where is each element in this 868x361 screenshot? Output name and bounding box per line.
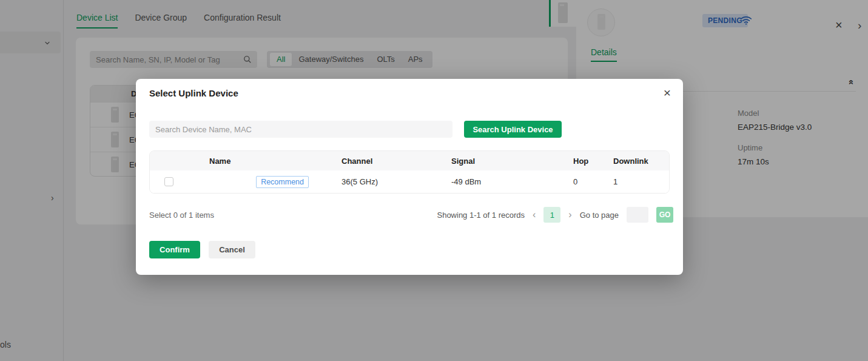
modal-title: Select Uplink Device (149, 88, 238, 98)
table-header-row: Name Channel Signal Hop Downlink (150, 151, 669, 170)
previous-page-icon[interactable]: ‹ (533, 210, 536, 220)
select-uplink-device-modal: Select Uplink Device × Search Uplink Dev… (136, 79, 683, 275)
channel-cell: 36(5 GHz) (314, 177, 423, 186)
recommend-badge[interactable]: Recommend (256, 176, 309, 188)
table-row: Recommend 36(5 GHz) -49 dBm 0 1 (150, 170, 669, 193)
checkbox-cell (150, 177, 180, 186)
pagination: Showing 1-1 of 1 records ‹ 1 › Go to pag… (437, 207, 673, 223)
goto-page-input[interactable] (627, 207, 648, 223)
close-icon[interactable]: × (664, 86, 671, 100)
cancel-button[interactable]: Cancel (209, 241, 255, 258)
selection-summary: Select 0 of 1 items (149, 211, 214, 220)
column-header-downlink: Downlink (611, 157, 669, 166)
records-summary: Showing 1-1 of 1 records (437, 211, 525, 220)
next-page-icon[interactable]: › (568, 210, 571, 220)
column-header-name: Name (180, 157, 314, 166)
confirm-button[interactable]: Confirm (149, 241, 200, 258)
uplink-search-input[interactable] (149, 121, 453, 138)
page: › ols Device List Device Group Configura… (0, 0, 868, 361)
column-header-signal: Signal (423, 157, 568, 166)
goto-page-label: Go to page (580, 211, 619, 220)
hop-cell: 0 (568, 177, 611, 186)
uplink-device-table: Name Channel Signal Hop Downlink Recomme… (149, 150, 670, 194)
search-uplink-device-button[interactable]: Search Uplink Device (464, 121, 562, 138)
go-button[interactable]: GO (656, 207, 673, 223)
row-checkbox[interactable] (164, 177, 173, 186)
column-header-hop: Hop (568, 157, 611, 166)
downlink-cell: 1 (611, 177, 669, 186)
column-header-channel: Channel (314, 157, 423, 166)
signal-cell: -49 dBm (423, 177, 568, 186)
table-footer: Select 0 of 1 items Showing 1-1 of 1 rec… (149, 206, 673, 223)
page-button-1[interactable]: 1 (543, 207, 560, 223)
name-cell: Recommend (180, 176, 314, 188)
